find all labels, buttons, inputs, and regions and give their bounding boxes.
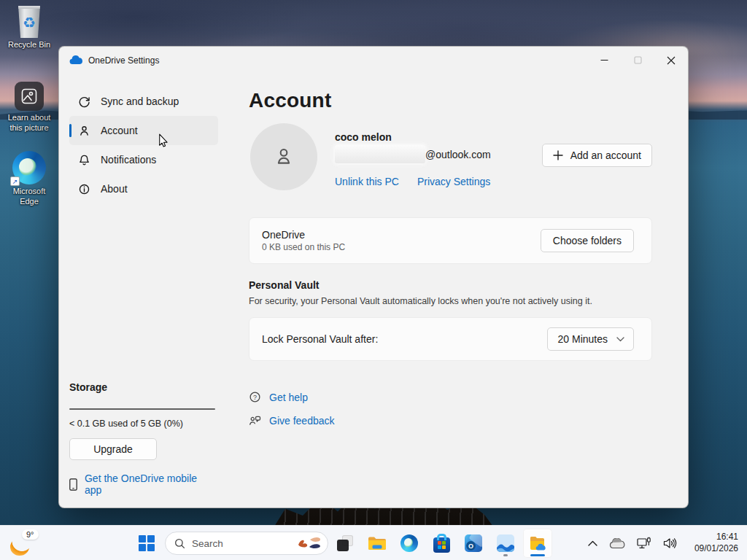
close-button[interactable]: [654, 47, 688, 74]
settings-sidebar: Sync and backup Account Notifications Ab…: [59, 74, 228, 508]
running-indicator: [503, 554, 508, 556]
lock-vault-dropdown[interactable]: 20 Minutes: [547, 327, 634, 351]
person-icon: [78, 125, 90, 137]
system-tray: [588, 526, 677, 560]
taskbar-search[interactable]: [165, 532, 328, 555]
lock-vault-label: Lock Personal Vault after:: [262, 333, 378, 345]
window-title: OneDrive Settings: [88, 55, 159, 66]
minimize-icon: [600, 56, 608, 64]
avatar: [250, 123, 317, 190]
taskbar: 9° O: [0, 525, 747, 560]
personal-vault-heading: Personal Vault: [249, 279, 652, 291]
onedrive-app-active[interactable]: [523, 529, 552, 558]
get-help-link[interactable]: Get help: [269, 392, 308, 403]
plus-icon: [553, 150, 563, 160]
search-icon: [174, 538, 185, 549]
storage-usage-bar: [69, 408, 215, 410]
desktop-icon-recycle-bin[interactable]: ♻ Recycle Bin: [1, 6, 57, 50]
upgrade-button[interactable]: Upgrade: [69, 438, 157, 460]
choose-folders-button[interactable]: Choose folders: [541, 229, 634, 252]
onedrive-card-title: OneDrive: [262, 229, 345, 241]
weather-widget[interactable]: 9°: [9, 531, 44, 557]
profile-row: coco melon @outlook.com Unlink this PC P…: [249, 123, 652, 190]
chevron-up-icon: [588, 540, 597, 546]
photos-app[interactable]: [491, 529, 520, 558]
page-title: Account: [249, 89, 652, 112]
profile-info: coco melon @outlook.com Unlink this PC P…: [335, 131, 491, 187]
feedback-icon: [249, 414, 261, 427]
account-name: coco melon: [335, 131, 491, 143]
chevron-down-icon: [616, 337, 624, 342]
sidebar-item-label: Notifications: [101, 154, 156, 166]
personal-vault-description: For security, your Personal Vault automa…: [249, 296, 652, 306]
edge-icon: [400, 534, 418, 552]
tray-chevron-button[interactable]: [588, 540, 597, 546]
email-redacted-blur: [335, 145, 425, 163]
email-domain: @outlook.com: [425, 149, 491, 160]
shortcut-arrow-icon: ↗: [10, 176, 20, 186]
onedrive-logo-icon: [69, 55, 82, 65]
help-icon: ?: [249, 391, 261, 403]
desktop-icon-label: Learn about this picture: [4, 113, 55, 133]
file-explorer-app[interactable]: [363, 529, 392, 558]
windows-logo-icon: [139, 535, 155, 551]
account-email-row: @outlook.com: [335, 145, 491, 163]
microsoft-store-app[interactable]: [427, 529, 456, 558]
taskbar-clock[interactable]: 16:41 09/01/2026: [694, 526, 738, 560]
desktop-icon-list: ♻ Recycle Bin Learn about this picture ↗…: [1, 6, 57, 207]
lock-vault-value: 20 Minutes: [558, 333, 608, 345]
desktop-icon-learn-about-picture[interactable]: Learn about this picture: [1, 82, 57, 133]
edge-icon: ↗: [12, 151, 46, 184]
sidebar-item-notifications[interactable]: Notifications: [69, 145, 218, 174]
task-view-app[interactable]: [330, 529, 360, 558]
lock-vault-card: Lock Personal Vault after: 20 Minutes: [249, 317, 652, 361]
mobile-app-link[interactable]: Get the OneDrive mobile app: [85, 472, 217, 496]
sidebar-item-label: About: [101, 183, 128, 195]
microsoft-store-icon: [433, 537, 450, 553]
tray-onedrive-button[interactable]: [609, 538, 625, 549]
sidebar-item-label: Account: [101, 125, 138, 136]
window-titlebar[interactable]: OneDrive Settings: [59, 47, 688, 74]
give-feedback-link[interactable]: Give feedback: [269, 415, 335, 427]
file-explorer-icon: [368, 535, 387, 551]
get-help-row[interactable]: ? Get help: [249, 391, 652, 403]
sun-icon: [10, 538, 29, 556]
start-button[interactable]: [133, 530, 160, 556]
mouse-cursor: [157, 133, 170, 151]
unlink-pc-link[interactable]: Unlink this PC: [335, 176, 399, 187]
desktop-icon-label: Microsoft Edge: [6, 187, 53, 207]
sidebar-item-account[interactable]: Account: [69, 116, 218, 145]
window-body: Sync and backup Account Notifications Ab…: [59, 74, 688, 508]
add-account-button[interactable]: Add an account: [542, 144, 652, 167]
privacy-settings-link[interactable]: Privacy Settings: [417, 176, 490, 187]
outlook-app[interactable]: O: [459, 529, 488, 558]
onedrive-settings-window: OneDrive Settings Sync and backup: [58, 46, 689, 508]
avatar-person-icon: [273, 146, 295, 168]
info-icon: [78, 183, 90, 195]
maximize-button[interactable]: [621, 47, 654, 74]
storage-usage-text: < 0.1 GB used of 5 GB (0%): [69, 419, 217, 429]
search-input[interactable]: [192, 538, 279, 549]
help-links: ? Get help Give feedback: [249, 391, 652, 427]
tray-network-button[interactable]: [637, 537, 651, 550]
search-daily-art-shoes: [294, 534, 323, 552]
add-account-label: Add an account: [570, 149, 641, 161]
sidebar-item-about[interactable]: About: [69, 174, 218, 203]
edge-app[interactable]: [395, 529, 424, 558]
desktop-icon-microsoft-edge[interactable]: ↗ Microsoft Edge: [1, 151, 57, 207]
give-feedback-row[interactable]: Give feedback: [249, 414, 652, 427]
active-indicator: [530, 554, 545, 556]
storage-heading: Storage: [69, 381, 217, 393]
tray-volume-button[interactable]: [663, 537, 677, 549]
onedrive-storage-card: OneDrive 0 KB used on this PC Choose fol…: [249, 217, 652, 264]
sidebar-item-sync-and-backup[interactable]: Sync and backup: [69, 87, 218, 116]
speaker-icon: [663, 537, 677, 549]
sidebar-item-label: Sync and backup: [101, 96, 179, 107]
storage-section: Storage < 0.1 GB used of 5 GB (0%) Upgra…: [69, 381, 217, 496]
maximize-icon: [634, 56, 642, 64]
bell-icon: [78, 154, 90, 166]
clock-time: 16:41: [716, 532, 738, 543]
minimize-button[interactable]: [587, 47, 621, 74]
svg-text:?: ?: [253, 394, 257, 401]
close-icon: [667, 56, 676, 65]
